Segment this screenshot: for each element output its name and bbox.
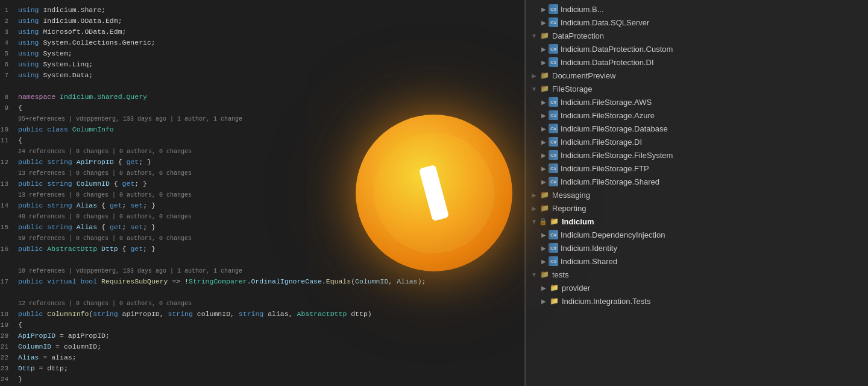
tree-chevron-icon bbox=[539, 243, 549, 253]
tree-item-label: DocumentPreview bbox=[552, 71, 616, 80]
csharp-icon: C# bbox=[549, 110, 558, 120]
code-text: using System.Data; bbox=[18, 70, 93, 81]
line-number: 9 bbox=[0, 103, 18, 113]
tree-item-label: Indicium.FileStorage.Azure bbox=[561, 111, 655, 120]
tree-chevron-icon bbox=[539, 256, 549, 266]
code-text: using System.Collections.Generic; bbox=[18, 37, 156, 48]
tree-item-indicium-filestorage-di[interactable]: C#Indicium.FileStorage.DI bbox=[524, 135, 868, 148]
code-text: 95+references | vdoppenberg, 133 days ag… bbox=[18, 113, 242, 125]
tree-item-label: Indicium.DataProtection.DI bbox=[561, 58, 654, 67]
folder-icon bbox=[539, 189, 550, 200]
tree-chevron-icon bbox=[539, 4, 549, 14]
tree-chevron-icon bbox=[529, 217, 539, 226]
tree-item-data-protection[interactable]: DataProtection bbox=[524, 29, 868, 42]
tree-item-indicium-identity[interactable]: C#Indicium.Identity bbox=[524, 241, 868, 255]
code-text: public string Alias { get; set; } bbox=[18, 200, 156, 211]
line-number: 23 bbox=[0, 363, 18, 374]
tree-item-file-storage[interactable]: FileStorage bbox=[524, 82, 868, 95]
tree-item-messaging[interactable]: Messaging bbox=[524, 188, 868, 201]
code-line: 3using Microsoft.OData.Edm; bbox=[0, 27, 524, 37]
line-number: 15 bbox=[0, 222, 18, 233]
line-number: 4 bbox=[0, 37, 18, 48]
line-number: 21 bbox=[0, 341, 18, 352]
tree-chevron-icon bbox=[539, 137, 549, 147]
tree-item-label: Indicium.Shared bbox=[561, 257, 617, 266]
tree-item-indicium-b[interactable]: C#Indicium.B... bbox=[524, 2, 868, 16]
code-text: public string Alias { get; set; } bbox=[18, 222, 156, 233]
line-number: 17 bbox=[0, 276, 18, 287]
line-number: 5 bbox=[0, 48, 18, 59]
tree-item-indicium-dataprotection-di[interactable]: C#Indicium.DataProtection.DI bbox=[524, 55, 868, 69]
tree-item-indicium-filestorage-database[interactable]: C#Indicium.FileStorage.Database bbox=[524, 122, 868, 135]
line-number: 16 bbox=[0, 244, 18, 255]
tree-chevron-icon bbox=[529, 270, 539, 279]
folder-icon bbox=[549, 296, 559, 306]
folder-icon bbox=[539, 203, 550, 214]
tree-item-indicium-main[interactable]: 🔒Indicium bbox=[524, 215, 868, 228]
code-line: 22 Alias = alias; bbox=[0, 352, 524, 363]
tree-chevron-icon bbox=[529, 190, 539, 200]
csharp-icon: C# bbox=[549, 124, 558, 133]
tree-chevron-icon bbox=[539, 177, 549, 186]
line-number: 1 bbox=[0, 5, 18, 16]
code-text: public virtual bool RequiresSubQuery => … bbox=[18, 276, 426, 287]
csharp-icon: C# bbox=[549, 97, 558, 107]
code-text: { bbox=[18, 103, 22, 113]
code-line: 7using System.Data; bbox=[0, 70, 524, 81]
code-line: 21 ColumnID = columnID; bbox=[0, 341, 524, 352]
line-number: 8 bbox=[0, 92, 18, 103]
csharp-icon: C# bbox=[549, 17, 558, 27]
tree-item-label: Indicium.FileStorage.Shared bbox=[561, 177, 659, 186]
tree-item-indicium-shared[interactable]: C#Indicium.Shared bbox=[524, 255, 868, 268]
tree-item-label: tests bbox=[552, 270, 568, 279]
tree-item-indicium-filestorage-ftp[interactable]: C#Indicium.FileStorage.FTP bbox=[524, 162, 868, 175]
code-text: { bbox=[18, 135, 22, 146]
tree-item-label: Reporting bbox=[552, 204, 586, 213]
tree-item-indicium-integration-tests[interactable]: Indicium.Integration.Tests bbox=[524, 294, 868, 308]
csharp-icon: C# bbox=[549, 243, 558, 253]
tree-item-label: Messaging bbox=[552, 191, 590, 200]
logo-outer-circle bbox=[356, 115, 512, 271]
tree-item-indicium-dependency-injection[interactable]: C#Indicium.DependencyInjection bbox=[524, 228, 868, 241]
code-text: 59 references | 0 changes | 0 authors, 0… bbox=[18, 233, 192, 244]
tree-item-label: Indicium.FileStorage.AWS bbox=[561, 98, 652, 107]
tree-item-tests[interactable]: tests bbox=[524, 268, 868, 281]
tree-item-label: Indicium.FileStorage.FileSystem bbox=[561, 151, 673, 160]
tree-chevron-icon bbox=[539, 17, 549, 27]
code-text: using Indicium.Share; bbox=[18, 5, 105, 16]
code-line: 5using System; bbox=[0, 48, 524, 59]
csharp-icon: C# bbox=[549, 256, 558, 266]
code-text: namespace Indicium.Shared.Query bbox=[18, 92, 147, 103]
tree-item-indicium-filestorage-shared[interactable]: C#Indicium.FileStorage.Shared bbox=[524, 175, 868, 188]
folder-icon bbox=[549, 282, 559, 293]
code-text: 24 references | 0 changes | 0 authors, 0… bbox=[18, 146, 192, 157]
code-line: 1using Indicium.Share; bbox=[0, 5, 524, 16]
tree-chevron-icon bbox=[539, 283, 549, 293]
code-line: 6using System.Linq; bbox=[0, 59, 524, 70]
tree-chevron-icon bbox=[539, 97, 549, 107]
tree-item-label: Indicium.FileStorage.FTP bbox=[561, 164, 649, 173]
tree-item-indicium-filestorage-filesystem[interactable]: C#Indicium.FileStorage.FileSystem bbox=[524, 148, 868, 162]
line-number: 6 bbox=[0, 59, 18, 70]
tree-item-label: Indicium.Identity bbox=[561, 244, 617, 253]
line-number: 13 bbox=[0, 179, 18, 189]
tree-item-reporting[interactable]: Reporting bbox=[524, 201, 868, 215]
code-line bbox=[0, 81, 524, 92]
line-number: 12 bbox=[0, 157, 18, 168]
line-number: 24 bbox=[0, 374, 18, 385]
tree-item-indicium-filestorage-azure[interactable]: C#Indicium.FileStorage.Azure bbox=[524, 109, 868, 122]
tree-item-indicium-dataprotection-custom[interactable]: C#Indicium.DataProtection.Custom bbox=[524, 42, 868, 55]
code-text: { bbox=[18, 320, 22, 331]
code-line: 2using Indicium.OData.Edm; bbox=[0, 16, 524, 27]
tree-chevron-icon bbox=[539, 57, 549, 67]
tree-chevron-icon bbox=[539, 124, 549, 133]
code-text: 13 references | 0 changes | 0 authors, 0… bbox=[18, 168, 192, 179]
tree-item-document-preview[interactable]: DocumentPreview bbox=[524, 69, 868, 82]
tree-chevron-icon bbox=[529, 203, 539, 213]
csharp-icon: C# bbox=[549, 150, 558, 160]
tree-item-provider[interactable]: provider bbox=[524, 281, 868, 294]
line-number: 3 bbox=[0, 27, 18, 37]
code-text: ApiPropID = apiPropID; bbox=[18, 331, 110, 341]
tree-item-indicium-data-sqlserver[interactable]: C#Indicium.Data.SQLServer bbox=[524, 16, 868, 29]
tree-item-indicium-filestorage-aws[interactable]: C#Indicium.FileStorage.AWS bbox=[524, 95, 868, 109]
